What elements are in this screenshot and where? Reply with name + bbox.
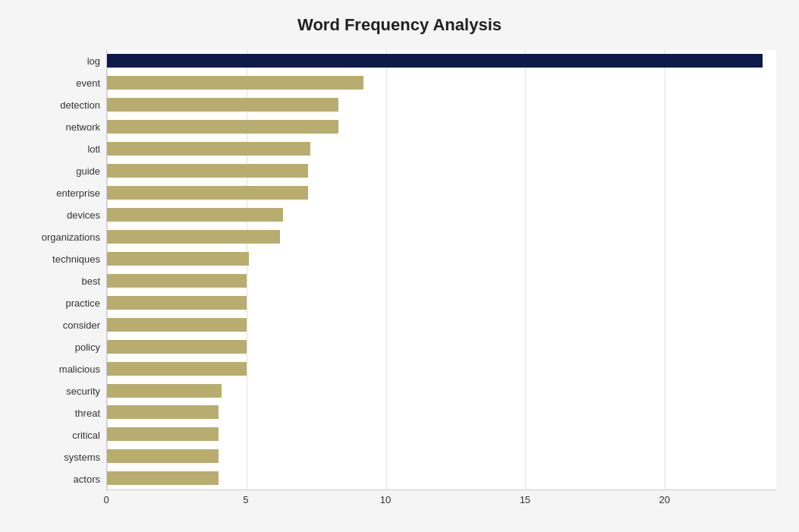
y-label: organizations [23,228,100,247]
bar [107,208,283,222]
bar-row [107,316,776,333]
bar [107,98,338,112]
bar-row [107,228,776,245]
chart-area: logeventdetectionnetworklotlguideenterpr… [23,50,776,490]
y-label: techniques [23,250,100,269]
x-axis-labels: 05101520 [106,494,776,509]
bar-row [107,360,776,377]
bar [107,54,763,68]
x-tick-label: 5 [243,494,248,505]
grid-line [665,50,665,490]
bar [107,340,247,354]
bar [107,230,280,244]
grid-line [386,50,387,490]
bar-row [107,382,776,399]
y-label: detection [23,96,100,115]
bar-row [107,52,776,69]
chart-title: Word Frequency Analysis [23,15,776,35]
grid-line [525,50,526,490]
bar-row [107,338,776,355]
bar-row [107,96,776,113]
bar-row [107,272,776,289]
x-tick-label: 15 [520,494,530,505]
y-label: lotl [23,140,100,159]
bar [107,384,222,398]
bar-row [107,250,776,267]
bar-row [107,140,776,157]
bar [107,76,363,90]
bar-row [107,184,776,201]
bar-row [107,162,776,179]
chart-container: Word Frequency Analysis logeventdetectio… [0,0,799,532]
y-label: security [23,382,100,401]
bar [107,274,247,288]
y-labels: logeventdetectionnetworklotlguideenterpr… [23,50,106,490]
y-label: event [23,74,100,93]
bar [107,252,249,266]
y-label: devices [23,206,100,225]
bar-row [107,404,776,420]
bar-row [107,448,776,464]
bar [107,186,308,200]
bar [107,164,308,178]
bar [107,120,338,134]
y-label: threat [23,404,100,423]
y-label: best [23,272,100,291]
bars-section [106,50,776,490]
y-label: critical [23,426,100,445]
grid-line [107,50,108,490]
bar-row [107,74,776,91]
y-label: malicious [23,360,100,379]
bar-row [107,470,776,486]
grid-lines [107,50,776,490]
bar [107,405,219,419]
bar [107,427,219,441]
bar [107,471,219,485]
y-label: guide [23,162,100,181]
y-label: systems [23,448,100,467]
bar [107,296,247,310]
y-label: enterprise [23,184,100,203]
x-tick-label: 20 [659,494,670,505]
y-label: network [23,118,100,137]
bar [107,362,247,376]
y-label: practice [23,294,100,313]
x-tick-label: 0 [103,494,109,505]
y-label: log [23,52,100,71]
x-tick-label: 10 [380,494,391,505]
y-label: policy [23,338,100,357]
bar [107,318,247,332]
bar-row [107,206,776,223]
grid-line [247,50,247,490]
bar-row [107,118,776,135]
y-label: consider [23,316,100,335]
bar [107,449,219,463]
y-label: actors [23,470,100,490]
bar [107,142,310,156]
bar-row [107,426,776,442]
bar-row [107,294,776,311]
